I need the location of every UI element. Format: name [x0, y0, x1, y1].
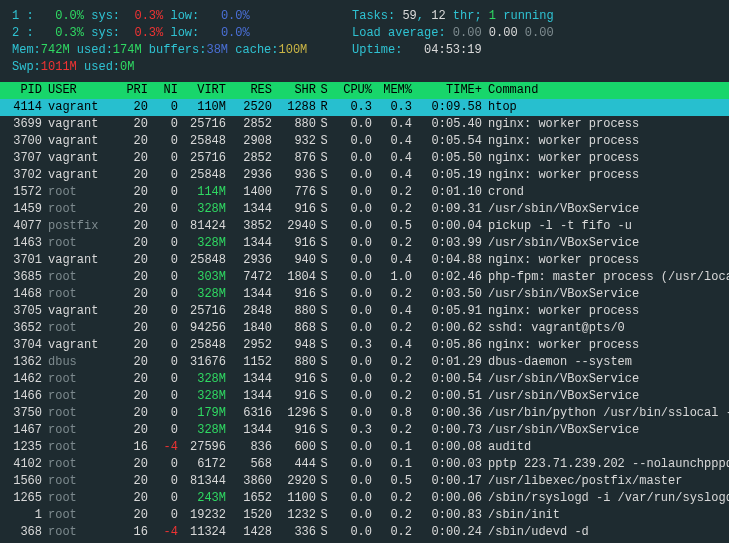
cell-mem: 0.2	[372, 524, 412, 541]
process-row[interactable]: 3700vagrant200258482908932S0.00.40:05.54…	[0, 133, 729, 150]
cell-state: S	[316, 422, 332, 439]
cell-virt: 25716	[178, 303, 226, 320]
process-row[interactable]: 3652root200942561840868S0.00.20:00.62ssh…	[0, 320, 729, 337]
cell-pri: 20	[114, 456, 148, 473]
cpu2-sys: 0.3%	[134, 26, 163, 40]
process-row[interactable]: 4114vagrant200110M25201288R0.30.30:09.58…	[0, 99, 729, 116]
col-mem[interactable]: MEM%	[372, 82, 412, 99]
cell-mem: 0.2	[372, 371, 412, 388]
cpu1-low: 0.0%	[221, 9, 250, 23]
cell-res: 7472	[226, 269, 272, 286]
htop-screen: 1 : 0.0% sys: 0.3% low: 0.0% Tasks: 59, …	[0, 0, 729, 543]
process-row[interactable]: 1459root200328M1344916S0.00.20:09.31/usr…	[0, 201, 729, 218]
col-cmd[interactable]: Command	[482, 82, 729, 99]
cell-cpu: 0.0	[332, 150, 372, 167]
process-row[interactable]: 1468root200328M1344916S0.00.20:03.50/usr…	[0, 286, 729, 303]
cell-virt: 114M	[178, 184, 226, 201]
process-row[interactable]: 1467root200328M1344916S0.30.20:00.73/usr…	[0, 422, 729, 439]
cell-command: /sbin/init	[482, 507, 729, 524]
load-1: 0.00	[453, 26, 482, 40]
cell-pid: 1362	[4, 354, 44, 371]
cell-mem: 0.2	[372, 507, 412, 524]
cell-res: 1520	[226, 507, 272, 524]
process-row[interactable]: 1466root200328M1344916S0.00.20:00.51/usr…	[0, 388, 729, 405]
cell-shr: 880	[272, 354, 316, 371]
mem-meter: Mem:742M used:174M buffers:38M cache:100…	[12, 42, 352, 59]
cell-state: S	[316, 371, 332, 388]
col-ni[interactable]: NI	[148, 82, 178, 99]
col-s[interactable]: S	[316, 82, 332, 99]
col-user[interactable]: USER	[44, 82, 114, 99]
tasks-line: Tasks: 59, 12 thr; 1 running	[352, 8, 717, 25]
cell-command: crond	[482, 184, 729, 201]
process-row[interactable]: 3707vagrant200257162852876S0.00.40:05.50…	[0, 150, 729, 167]
cell-ni: 0	[148, 456, 178, 473]
swp-used: 0M	[120, 60, 134, 74]
cell-virt: 328M	[178, 422, 226, 439]
col-virt[interactable]: VIRT	[178, 82, 226, 99]
cell-mem: 0.2	[372, 388, 412, 405]
col-pid[interactable]: PID	[4, 82, 44, 99]
col-cpu[interactable]: CPU%	[332, 82, 372, 99]
cell-ni: 0	[148, 388, 178, 405]
cell-user: root	[44, 235, 114, 252]
cell-command: nginx: worker process	[482, 133, 729, 150]
cell-shr: 916	[272, 286, 316, 303]
process-row[interactable]: 1265root200243M16521100S0.00.20:00.06/sb…	[0, 490, 729, 507]
cell-pid: 1459	[4, 201, 44, 218]
cell-pid: 3699	[4, 116, 44, 133]
process-row[interactable]: 3699vagrant200257162852880S0.00.40:05.40…	[0, 116, 729, 133]
cell-pri: 16	[114, 439, 148, 456]
cell-command: /usr/sbin/VBoxService	[482, 201, 729, 218]
cell-shr: 1100	[272, 490, 316, 507]
cell-pri: 20	[114, 133, 148, 150]
cell-shr: 868	[272, 320, 316, 337]
cell-user: dbus	[44, 354, 114, 371]
cell-user: postfix	[44, 218, 114, 235]
cell-cpu: 0.0	[332, 320, 372, 337]
process-header[interactable]: PID USER PRI NI VIRT RES SHR S CPU% MEM%…	[0, 82, 729, 99]
process-row[interactable]: 4102root2006172568444S0.00.10:00.03pptp …	[0, 456, 729, 473]
cell-virt: 81424	[178, 218, 226, 235]
col-time[interactable]: TIME+	[412, 82, 482, 99]
process-row[interactable]: 3750root200179M63161296S0.00.80:00.36/us…	[0, 405, 729, 422]
cell-res: 1344	[226, 388, 272, 405]
col-pri[interactable]: PRI	[114, 82, 148, 99]
cell-res: 1344	[226, 422, 272, 439]
cell-time: 0:05.19	[412, 167, 482, 184]
cell-cpu: 0.3	[332, 422, 372, 439]
cell-user: root	[44, 422, 114, 439]
cell-virt: 94256	[178, 320, 226, 337]
process-row[interactable]: 3685root200303M74721804S0.01.00:02.46php…	[0, 269, 729, 286]
cell-cpu: 0.0	[332, 133, 372, 150]
cell-shr: 1804	[272, 269, 316, 286]
cell-virt: 6172	[178, 456, 226, 473]
process-list[interactable]: 4114vagrant200110M25201288R0.30.30:09.58…	[0, 99, 729, 543]
cell-state: S	[316, 337, 332, 354]
process-row[interactable]: 4077postfix2008142438522940S0.00.50:00.0…	[0, 218, 729, 235]
process-row[interactable]: 1572root200114M1400776S0.00.20:01.10cron…	[0, 184, 729, 201]
process-row[interactable]: 3704vagrant200258482952948S0.30.40:05.86…	[0, 337, 729, 354]
cell-mem: 0.4	[372, 252, 412, 269]
process-row[interactable]: 3705vagrant200257162848880S0.00.40:05.91…	[0, 303, 729, 320]
cell-pid: 368	[4, 524, 44, 541]
cell-pid: 1265	[4, 490, 44, 507]
process-row[interactable]: 1560root2008134438602920S0.00.50:00.17/u…	[0, 473, 729, 490]
cell-shr: 880	[272, 303, 316, 320]
process-row[interactable]: 1235root16-427596836600S0.00.10:00.08aud…	[0, 439, 729, 456]
process-row[interactable]: 1463root200328M1344916S0.00.20:03.99/usr…	[0, 235, 729, 252]
process-row[interactable]: 1362dbus200316761152880S0.00.20:01.29dbu…	[0, 354, 729, 371]
cell-command: nginx: worker process	[482, 303, 729, 320]
cell-cpu: 0.0	[332, 218, 372, 235]
cell-state: S	[316, 133, 332, 150]
process-row[interactable]: 3701vagrant200258482936940S0.00.40:04.88…	[0, 252, 729, 269]
cell-mem: 0.4	[372, 337, 412, 354]
col-res[interactable]: RES	[226, 82, 272, 99]
cell-ni: 0	[148, 184, 178, 201]
process-row[interactable]: 368root16-4113241428336S0.00.20:00.24/sb…	[0, 524, 729, 541]
process-row[interactable]: 3702vagrant200258482936936S0.00.40:05.19…	[0, 167, 729, 184]
process-row[interactable]: 1462root200328M1344916S0.00.20:00.54/usr…	[0, 371, 729, 388]
process-row[interactable]: 1root2001923215201232S0.00.20:00.83/sbin…	[0, 507, 729, 524]
col-shr[interactable]: SHR	[272, 82, 316, 99]
cell-pid: 1560	[4, 473, 44, 490]
